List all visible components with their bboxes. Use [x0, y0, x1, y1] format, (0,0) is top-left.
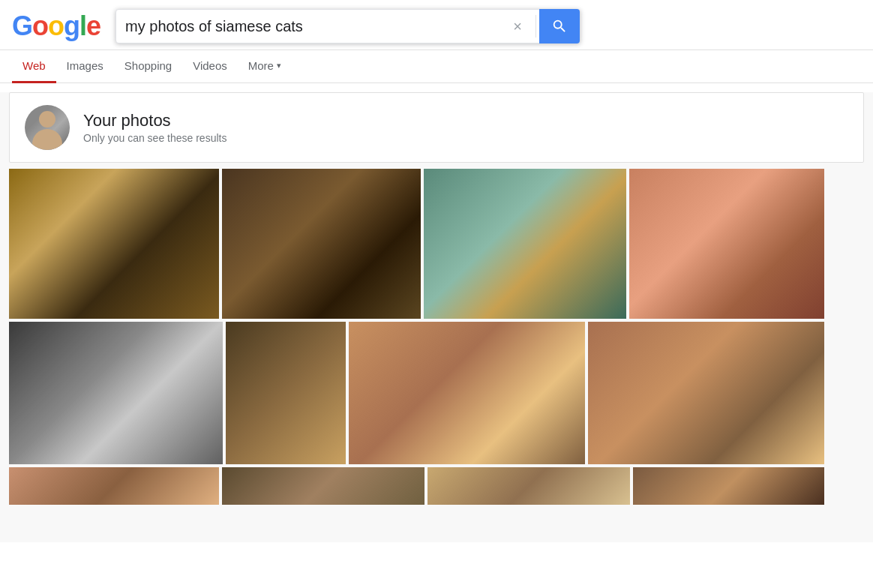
photo-3[interactable]: [424, 169, 626, 319]
photo-2-placeholder: [222, 169, 421, 319]
photo-3-placeholder: [424, 169, 626, 319]
photo-2[interactable]: [222, 169, 421, 319]
photo-row-2: [9, 322, 864, 464]
photo-12[interactable]: [633, 467, 824, 505]
photo-4[interactable]: [629, 169, 824, 319]
tab-more-label: More: [248, 59, 274, 72]
logo-l: l: [80, 10, 86, 41]
search-divider: [536, 15, 536, 38]
your-photos-subtitle: Only you can see these results: [83, 132, 226, 144]
nav-tabs: Web Images Shopping Videos More ▾: [0, 50, 873, 83]
tab-images-label: Images: [67, 59, 104, 72]
photo-grid: [9, 169, 864, 505]
google-logo: Google: [12, 10, 100, 42]
photo-12-placeholder: [633, 467, 824, 505]
avatar-image: [25, 105, 70, 150]
logo-o2: o: [48, 10, 64, 41]
photo-4-placeholder: [629, 169, 824, 319]
photo-6[interactable]: [226, 322, 346, 464]
avatar: [25, 105, 70, 150]
tab-more[interactable]: More ▾: [238, 50, 292, 83]
photo-1[interactable]: [9, 169, 219, 319]
your-photos-title: Your photos: [83, 111, 226, 130]
photo-11-placeholder: [428, 467, 630, 505]
logo-g: G: [12, 10, 32, 41]
photo-10[interactable]: [222, 467, 424, 505]
your-photos-text: Your photos Only you can see these resul…: [83, 111, 226, 144]
search-icon: [551, 18, 568, 34]
your-photos-banner: Your photos Only you can see these resul…: [9, 92, 864, 163]
photo-10-placeholder: [222, 467, 424, 505]
header: Google ×: [0, 0, 873, 50]
logo-g2: g: [64, 10, 80, 41]
photo-9[interactable]: [9, 467, 219, 505]
close-icon: ×: [513, 18, 522, 35]
photo-7[interactable]: [349, 322, 585, 464]
photo-5[interactable]: [9, 322, 223, 464]
search-button[interactable]: [539, 9, 580, 44]
photo-row-1: [9, 169, 864, 319]
tab-shopping[interactable]: Shopping: [114, 50, 182, 83]
photo-1-placeholder: [9, 169, 219, 319]
tab-web-label: Web: [22, 59, 46, 72]
search-input[interactable]: [116, 18, 502, 35]
main-content: Your photos Only you can see these resul…: [0, 92, 873, 542]
tab-videos[interactable]: Videos: [182, 50, 238, 83]
tab-web[interactable]: Web: [12, 50, 56, 83]
photo-8-placeholder: [588, 322, 824, 464]
photo-11[interactable]: [428, 467, 630, 505]
tab-videos-label: Videos: [193, 59, 227, 72]
tab-shopping-label: Shopping: [124, 59, 172, 72]
logo-e: e: [86, 10, 100, 41]
photo-6-placeholder: [226, 322, 346, 464]
tab-images[interactable]: Images: [56, 50, 114, 83]
photo-8[interactable]: [588, 322, 824, 464]
logo-o1: o: [32, 10, 48, 41]
photo-7-placeholder: [349, 322, 585, 464]
chevron-down-icon: ▾: [277, 61, 281, 70]
search-bar: ×: [116, 9, 580, 44]
photo-5-placeholder: [9, 322, 223, 464]
clear-search-button[interactable]: ×: [502, 18, 532, 35]
photo-row-3: [9, 467, 864, 505]
photo-9-placeholder: [9, 467, 219, 505]
